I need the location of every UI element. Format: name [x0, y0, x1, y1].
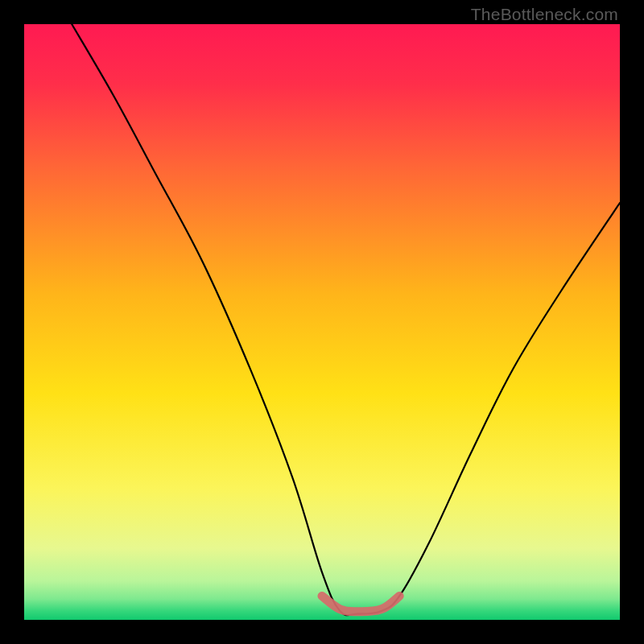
- plot-area: [24, 24, 620, 620]
- optimal-band: [322, 596, 399, 611]
- chart-frame: TheBottleneck.com: [0, 0, 644, 644]
- watermark-text: TheBottleneck.com: [471, 5, 618, 24]
- bottleneck-curve-svg: [24, 24, 620, 620]
- bottleneck-curve: [72, 24, 620, 615]
